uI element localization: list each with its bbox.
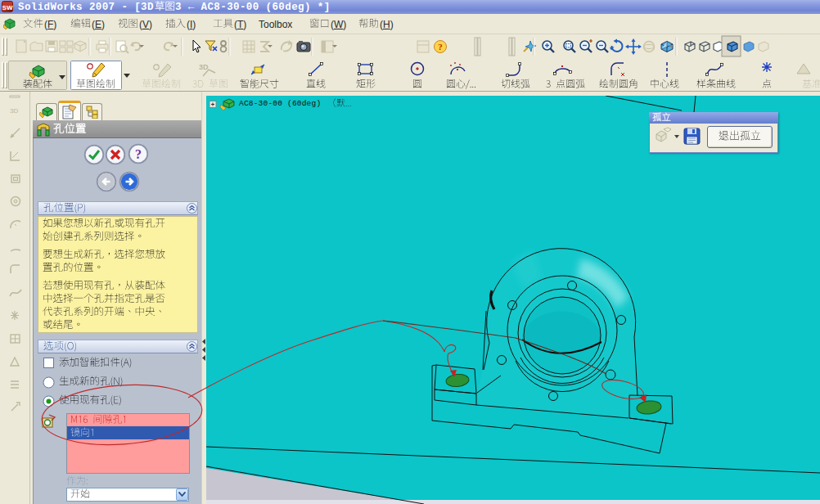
svg-text:?: ? — [438, 42, 443, 52]
svg-text:3D: 3D — [10, 107, 18, 115]
svg-text:3D: 3D — [199, 63, 209, 71]
svg-text:?: ? — [135, 147, 142, 161]
